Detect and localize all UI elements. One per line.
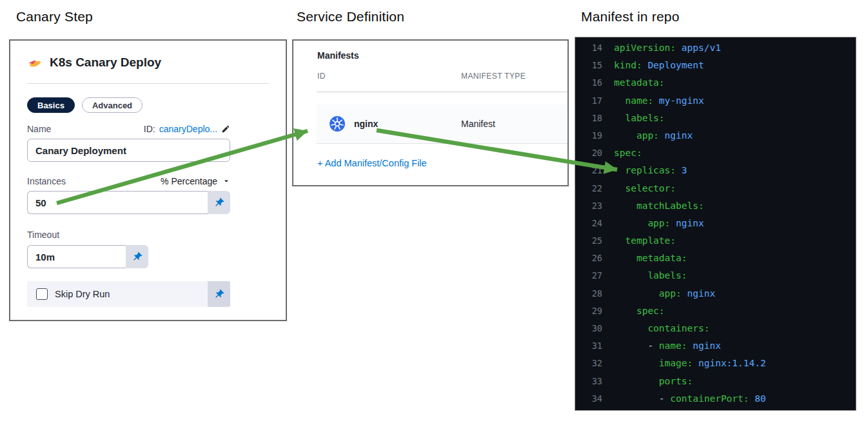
code-line: 30 containers:	[575, 320, 856, 337]
code-line: 27 labels:	[575, 267, 856, 284]
code-text: selector:	[614, 180, 676, 197]
code-line: 25 template:	[575, 232, 856, 250]
name-field: Name ID: canaryDeplo...	[27, 124, 230, 162]
line-number: 19	[575, 127, 614, 144]
line-number: 18	[575, 110, 614, 127]
line-number: 34	[575, 390, 614, 408]
code-text: - containerPort: 80	[614, 390, 766, 408]
instances-pin-button[interactable]	[208, 191, 230, 214]
code-line: 14apiVersion: apps/v1	[575, 39, 856, 57]
pin-icon	[132, 252, 143, 262]
line-number: 29	[575, 302, 614, 320]
skip-dry-run-pin-button[interactable]	[208, 281, 230, 307]
skip-dry-run-row: Skip Dry Run	[27, 281, 230, 307]
code-text: name: my-nginx	[614, 92, 704, 110]
code-text: containers:	[614, 320, 709, 337]
code-text: app: nginx	[614, 127, 693, 144]
code-lines: 14apiVersion: apps/v115kind: Deployment1…	[575, 39, 856, 408]
code-text: app: nginx	[614, 215, 704, 232]
line-number: 21	[575, 162, 614, 179]
code-line: 19 app: nginx	[575, 127, 856, 144]
line-number: 20	[575, 144, 614, 162]
code-text: metadata:	[614, 250, 687, 267]
line-number: 15	[575, 57, 614, 74]
code-line: 18 labels:	[575, 110, 856, 127]
step-title: K8s Canary Deploy	[50, 55, 161, 70]
code-line: 26 metadata:	[575, 250, 856, 267]
line-number: 28	[575, 285, 614, 302]
code-line: 24 app: nginx	[575, 215, 856, 232]
code-line: 17 name: my-nginx	[575, 92, 856, 110]
timeout-pin-button[interactable]	[126, 245, 148, 268]
id-value: canaryDeplo...	[159, 124, 217, 134]
heading-service-definition: Service Definition	[297, 9, 404, 25]
heading-manifest-in-repo: Manifest in repo	[581, 9, 680, 25]
code-text: image: nginx:1.14.2	[614, 355, 766, 372]
code-text: labels:	[614, 110, 665, 127]
skip-dry-run-label: Skip Dry Run	[55, 289, 110, 299]
code-text: labels:	[614, 267, 687, 284]
code-text: apiVersion: apps/v1	[614, 39, 721, 57]
line-number: 30	[575, 320, 614, 337]
line-number: 16	[575, 74, 614, 92]
add-manifest-link[interactable]: + Add Manifest/Config File	[317, 158, 427, 168]
skip-dry-run-checkbox[interactable]	[36, 288, 48, 300]
timeout-label: Timeout	[27, 230, 59, 240]
chevron-down-icon	[222, 177, 230, 185]
step-id: ID: canaryDeplo...	[144, 124, 230, 134]
code-line: 33 ports:	[575, 373, 856, 390]
line-number: 31	[575, 337, 614, 355]
manifest-code-editor[interactable]: 14apiVersion: apps/v115kind: Deployment1…	[575, 37, 856, 411]
line-number: 26	[575, 250, 614, 267]
name-label: Name	[27, 124, 51, 134]
instances-unit-value: % Percentage	[161, 176, 217, 186]
manifest-table-row[interactable]: nginx Manifest	[317, 104, 567, 144]
code-line: 16metadata:	[575, 74, 856, 92]
title-divider	[27, 83, 269, 84]
line-number: 33	[575, 373, 614, 390]
edit-pencil-icon[interactable]	[221, 124, 230, 133]
code-line: 32 image: nginx:1.14.2	[575, 355, 856, 372]
manifest-id: nginx	[354, 119, 378, 129]
code-text: spec:	[614, 144, 642, 162]
code-text: metadata:	[614, 74, 665, 92]
pin-icon	[213, 197, 224, 208]
code-text: app: nginx	[614, 285, 715, 302]
code-text: spec:	[614, 302, 665, 320]
code-line: 20spec:	[575, 144, 856, 162]
timeout-input[interactable]	[27, 245, 126, 268]
instances-label: Instances	[27, 176, 66, 186]
instances-unit-dropdown[interactable]: % Percentage	[161, 176, 230, 186]
instances-input[interactable]	[27, 191, 208, 214]
line-number: 25	[575, 232, 614, 250]
line-number: 27	[575, 267, 614, 284]
code-line: 15kind: Deployment	[575, 57, 856, 74]
step-tabs: Basics Advanced	[27, 97, 269, 113]
tab-basics[interactable]: Basics	[27, 97, 75, 113]
code-line: 34 - containerPort: 80	[575, 390, 856, 408]
code-line: 28 app: nginx	[575, 285, 856, 302]
line-number: 24	[575, 215, 614, 232]
code-line: 29 spec:	[575, 302, 856, 320]
code-text: ports:	[614, 373, 693, 390]
code-line: 22 selector:	[575, 180, 856, 197]
code-text: kind: Deployment	[614, 57, 704, 74]
pin-icon	[213, 289, 224, 300]
manifest-type: Manifest	[461, 119, 495, 129]
code-line: 31 - name: nginx	[575, 337, 856, 355]
heading-canary-step: Canary Step	[16, 9, 93, 25]
code-text: - name: nginx	[614, 337, 721, 355]
code-line: 23 matchLabels:	[575, 197, 856, 215]
line-number: 32	[575, 355, 614, 372]
column-header-id: ID	[317, 72, 461, 81]
line-number: 14	[575, 39, 614, 57]
instances-field: Instances % Percentage	[27, 176, 230, 214]
name-input[interactable]	[27, 139, 230, 162]
timeout-field: Timeout	[27, 230, 230, 268]
service-definition-panel: Manifests ID MANIFEST TYPE nginx Manifes…	[292, 39, 569, 186]
manifests-column-headers: ID MANIFEST TYPE	[293, 61, 567, 81]
code-line: 21 replicas: 3	[575, 162, 856, 179]
code-text: matchLabels:	[614, 197, 704, 215]
tab-advanced[interactable]: Advanced	[82, 97, 143, 113]
step-title-row: K8s Canary Deploy	[27, 55, 269, 70]
